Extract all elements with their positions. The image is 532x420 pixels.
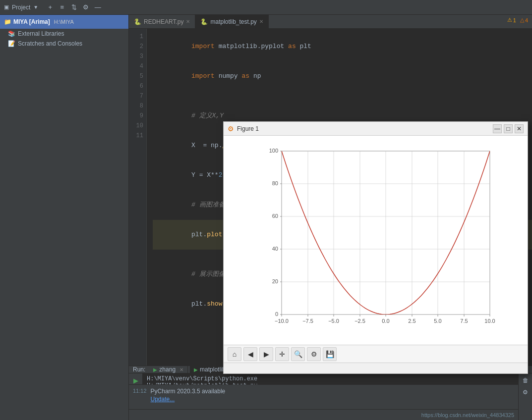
figure-title-label: Figure 1: [237, 125, 490, 132]
svg-text:−7.5: −7.5: [302, 318, 313, 324]
tab-matplotlib-label: matplotlib_test.py: [210, 18, 256, 25]
svg-text:80: 80: [272, 180, 278, 186]
svg-text:−10.0: −10.0: [275, 318, 289, 324]
run-tab-zhang-icon: ▶: [153, 367, 157, 372]
notification-strip: 🗑 ⚙: [518, 373, 532, 420]
code-line-1: import matplotlib.pyplot as plt: [153, 32, 532, 61]
mpl-home-btn[interactable]: ⌂: [228, 347, 241, 361]
notification-time: 11:12: [133, 388, 147, 394]
external-libraries-icon: 📚: [8, 30, 15, 37]
figure-status-bar: [224, 363, 528, 373]
toolbar-icons: + ≡ ⇅ ⚙ —: [45, 2, 103, 12]
warning-icon-4: △: [520, 17, 524, 23]
figure-close-btn[interactable]: ✕: [515, 124, 524, 133]
warning-badge-1: ⚠ 1: [507, 17, 516, 23]
svg-text:20: 20: [272, 278, 278, 284]
mpl-back-btn[interactable]: ◀: [243, 347, 257, 361]
mpl-pan-btn[interactable]: ✛: [275, 347, 289, 361]
svg-text:7.5: 7.5: [460, 318, 468, 324]
tab-redheart[interactable]: 🐍 REDHEART.py ✕: [129, 15, 195, 28]
folder-icon: 📁: [4, 18, 11, 25]
warning-badge-4: △ 4: [520, 17, 528, 23]
figure-minimize-btn[interactable]: —: [493, 124, 502, 133]
code-line-3: [153, 91, 532, 101]
code-line-2: import numpy as np: [153, 61, 532, 91]
run-output-line-1: H:\MIYA\venv\Scripts\python.exe: [147, 375, 514, 382]
project-header[interactable]: 📁 MIYA [Arima] H:\MIYA: [0, 15, 128, 29]
svg-text:60: 60: [272, 213, 278, 219]
notif-settings-icon[interactable]: ⚙: [521, 387, 531, 397]
tab-matplotlib[interactable]: 🐍 matplotlib_test.py ✕: [195, 15, 268, 28]
mpl-save-btn[interactable]: 💾: [323, 347, 337, 361]
svg-text:100: 100: [269, 148, 278, 154]
tab-redheart-close[interactable]: ✕: [186, 19, 190, 24]
project-label: Project: [12, 4, 30, 11]
main-layout: 📁 MIYA [Arima] H:\MIYA 📚 External Librar…: [0, 15, 532, 420]
project-icon: ▣: [4, 4, 9, 10]
svg-text:−5.0: −5.0: [328, 318, 339, 324]
minimize-icon[interactable]: —: [93, 2, 103, 12]
add-icon[interactable]: +: [45, 2, 55, 12]
mpl-forward-btn[interactable]: ▶: [259, 347, 273, 361]
figure-window-buttons: — □ ✕: [493, 124, 524, 133]
tab-matplotlib-icon: 🐍: [200, 18, 208, 25]
warning-count-1: 1: [513, 17, 516, 23]
run-tab-zhang-label: zhang: [159, 366, 176, 373]
sidebar-item-external-libraries[interactable]: 📚 External Libraries: [0, 29, 128, 39]
figure-plot-corrected: 0 20 40 60 80 100: [224, 136, 528, 345]
mpl-config-btn[interactable]: ⚙: [307, 347, 321, 361]
parabola-chart-corrected: 0 20 40 60 80 100: [254, 146, 497, 334]
run-tab-zhang-close[interactable]: ✕: [179, 367, 183, 372]
notification-content-area: PyCharm 2020.3.5 available Update...: [151, 388, 226, 403]
tab-matplotlib-close[interactable]: ✕: [259, 19, 263, 24]
project-name: MIYA [Arima]: [13, 18, 50, 25]
settings-icon[interactable]: ⚙: [81, 2, 91, 12]
svg-text:0.0: 0.0: [382, 318, 389, 324]
tab-redheart-icon: 🐍: [134, 18, 141, 25]
top-toolbar: ▣ Project ▼ + ≡ ⇅ ⚙ —: [0, 0, 532, 15]
mpl-zoom-btn[interactable]: 🔍: [291, 347, 305, 361]
run-label: Run:: [133, 366, 145, 373]
sidebar-item-scratches-consoles[interactable]: 📝 Scratches and Consoles: [0, 39, 128, 49]
run-play-icon[interactable]: ▶: [131, 375, 141, 385]
project-dropdown-icon[interactable]: ▼: [33, 4, 38, 10]
scratches-label: Scratches and Consoles: [18, 40, 82, 47]
run-tab-zhang[interactable]: ▶ zhang ✕: [149, 366, 188, 373]
notification-message: PyCharm 2020.3.5 available: [151, 388, 226, 395]
svg-text:10.0: 10.0: [484, 318, 495, 324]
status-url: https://blog.csdn.net/weixin_44834325: [421, 412, 514, 418]
status-url-bar: https://blog.csdn.net/weixin_44834325: [129, 409, 518, 420]
figure-maximize-btn[interactable]: □: [504, 124, 513, 133]
line-numbers: 1 2 3 4 5 6 7 8 9 10 11: [129, 29, 147, 366]
tab-bar: 🐍 REDHEART.py ✕ 🐍 matplotlib_test.py ✕ ⚠…: [129, 15, 532, 29]
sort-icon[interactable]: ⇅: [69, 2, 79, 12]
figure-window[interactable]: ⚙ Figure 1 — □ ✕: [223, 121, 528, 374]
scratches-icon: 📝: [8, 40, 15, 47]
warning-count-4: 4: [525, 17, 528, 23]
sidebar: 📁 MIYA [Arima] H:\MIYA 📚 External Librar…: [0, 15, 129, 420]
svg-text:2.5: 2.5: [408, 318, 415, 324]
project-path: H:\MIYA: [54, 19, 74, 25]
notification-link[interactable]: Update...: [151, 396, 226, 403]
figure-app-icon: ⚙: [228, 125, 234, 133]
svg-text:40: 40: [272, 246, 278, 252]
tab-redheart-label: REDHEART.py: [144, 18, 183, 25]
figure-titlebar: ⚙ Figure 1 — □ ✕: [224, 122, 528, 136]
svg-text:0: 0: [275, 311, 278, 317]
external-libraries-label: External Libraries: [18, 30, 64, 37]
warning-bar: ⚠ 1 △ 4: [503, 15, 532, 25]
notif-trash-icon[interactable]: 🗑: [521, 375, 531, 385]
editor-area: 🐍 REDHEART.py ✕ 🐍 matplotlib_test.py ✕ ⚠…: [129, 15, 532, 420]
svg-text:5.0: 5.0: [434, 318, 441, 324]
run-tab-matplotlib-icon: ▶: [194, 367, 198, 372]
warning-icon-1: ⚠: [507, 17, 512, 23]
notification-bar: 11:12 PyCharm 2020.3.5 available Update.…: [129, 384, 518, 409]
matplotlib-toolbar: ⌂ ◀ ▶ ✛ 🔍 ⚙ 💾: [224, 345, 528, 363]
svg-text:−2.5: −2.5: [355, 318, 365, 324]
list-icon[interactable]: ≡: [57, 2, 67, 12]
